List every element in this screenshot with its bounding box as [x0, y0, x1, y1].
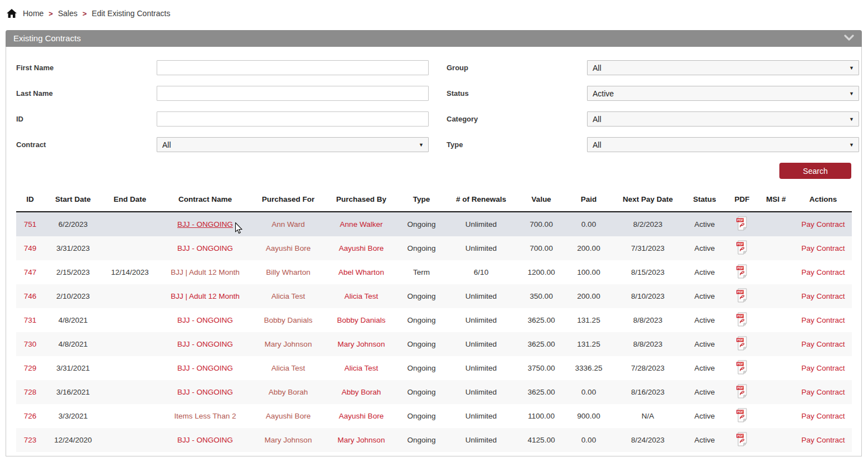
- purchased-for-link[interactable]: Aayushi Bore: [266, 412, 311, 420]
- column-header-purchased-for: Purchased For: [253, 187, 324, 212]
- type-select[interactable]: All▼: [587, 137, 859, 152]
- contract-name-link[interactable]: BJJ - ONGOING: [177, 220, 233, 229]
- table-row[interactable]: 7472/15/202312/14/2023BJJ | Adult 12 Mon…: [16, 260, 852, 284]
- home-icon[interactable]: [7, 9, 17, 18]
- purchased-for-link[interactable]: Alicia Test: [271, 292, 306, 300]
- action-link[interactable]: Pay Contract: [801, 388, 845, 396]
- id-link[interactable]: 726: [24, 412, 37, 420]
- pdf-file-icon[interactable]: PDF: [736, 360, 748, 375]
- breadcrumb-sales[interactable]: Sales: [58, 9, 77, 18]
- pdf-file-icon[interactable]: PDF: [736, 312, 748, 327]
- table-row[interactable]: 7304/8/2021BJJ - ONGOINGMary JohnsonMary…: [16, 332, 852, 356]
- cell-renewals: Unlimited: [444, 332, 518, 356]
- id-link[interactable]: 751: [24, 220, 37, 229]
- cell-id: 726: [16, 404, 44, 428]
- id-link[interactable]: 728: [24, 388, 37, 396]
- id-link[interactable]: 730: [24, 340, 37, 348]
- contract-name-link[interactable]: BJJ - ONGOING: [177, 316, 233, 324]
- cell-status: Active: [683, 212, 726, 236]
- table-row[interactable]: 7293/31/2021BJJ - ONGOINGAlicia TestAlic…: [16, 356, 852, 380]
- contract-name-link[interactable]: BJJ - ONGOING: [177, 340, 233, 348]
- action-link[interactable]: Pay Contract: [801, 268, 845, 276]
- purchased-by-link[interactable]: Alicia Test: [345, 364, 379, 372]
- purchased-by-link[interactable]: Mary Johnson: [338, 436, 385, 444]
- cell-value: 700.00: [518, 212, 565, 236]
- cell-purchased-for: Bobby Danials: [253, 308, 324, 332]
- cell-status: Active: [683, 380, 726, 404]
- cell-action: Pay Contract: [794, 308, 852, 332]
- id-link[interactable]: 729: [24, 364, 37, 372]
- purchased-by-link[interactable]: Anne Walker: [340, 220, 383, 229]
- collapse-chevron-icon[interactable]: [844, 30, 854, 47]
- cell-next-pay-date: 8/2/2023: [613, 212, 683, 236]
- purchased-by-link[interactable]: Abby Borah: [342, 388, 381, 396]
- action-link[interactable]: Pay Contract: [801, 244, 845, 252]
- cell-action: Pay Contract: [794, 404, 852, 428]
- pdf-file-icon[interactable]: PDF: [736, 264, 748, 279]
- purchased-for-link[interactable]: Billy Wharton: [266, 268, 311, 276]
- action-link[interactable]: Pay Contract: [801, 364, 845, 372]
- pdf-file-icon[interactable]: PDF: [736, 240, 748, 255]
- purchased-by-link[interactable]: Aayushi Bore: [339, 412, 384, 420]
- contract-name-link[interactable]: BJJ - ONGOING: [177, 388, 233, 396]
- contract-name-link[interactable]: Items Less Than 2: [174, 412, 236, 420]
- panel-header[interactable]: Existing Contracts: [6, 30, 862, 47]
- contract-select[interactable]: All▼: [157, 137, 429, 152]
- id-link[interactable]: 723: [24, 436, 37, 444]
- cell-type: Ongoing: [399, 428, 444, 452]
- group-select[interactable]: All▼: [587, 60, 859, 75]
- cell-id: 729: [16, 356, 44, 380]
- purchased-for-link[interactable]: Bobby Danials: [264, 316, 312, 324]
- action-link[interactable]: Pay Contract: [801, 292, 845, 300]
- contract-name-link[interactable]: BJJ - ONGOING: [177, 364, 233, 372]
- purchased-for-link[interactable]: Mary Johnson: [265, 436, 312, 444]
- pdf-file-icon[interactable]: PDF: [736, 432, 748, 446]
- last-name-input[interactable]: [157, 86, 429, 101]
- pdf-file-icon[interactable]: PDF: [736, 216, 748, 231]
- status-select[interactable]: Active▼: [587, 86, 859, 101]
- purchased-by-link[interactable]: Abel Wharton: [338, 268, 384, 276]
- pdf-file-icon[interactable]: PDF: [736, 288, 748, 303]
- purchased-for-link[interactable]: Mary Johnson: [265, 340, 312, 348]
- contract-name-link[interactable]: BJJ - ONGOING: [177, 244, 233, 252]
- table-row[interactable]: 7493/31/2023BJJ - ONGOINGAayushi BoreAay…: [16, 236, 852, 260]
- table-row[interactable]: 72312/24/2020BJJ - ONGOINGMary JohnsonMa…: [16, 428, 852, 452]
- first-name-input[interactable]: [157, 60, 429, 75]
- pdf-file-icon[interactable]: PDF: [736, 336, 748, 351]
- pdf-file-icon[interactable]: PDF: [736, 384, 748, 398]
- table-row[interactable]: 7314/8/2021BJJ - ONGOINGBobby DanialsBob…: [16, 308, 852, 332]
- purchased-for-link[interactable]: Ann Ward: [271, 220, 305, 229]
- cell-type: Ongoing: [399, 308, 444, 332]
- category-select[interactable]: All▼: [587, 111, 859, 127]
- purchased-by-link[interactable]: Mary Johnson: [338, 340, 385, 348]
- table-row[interactable]: 7283/16/2021BJJ - ONGOINGAbby BorahAbby …: [16, 380, 852, 404]
- purchased-by-link[interactable]: Bobby Danials: [337, 316, 385, 324]
- action-link[interactable]: Pay Contract: [801, 316, 845, 324]
- purchased-by-link[interactable]: Aayushi Bore: [339, 244, 384, 252]
- action-link[interactable]: Pay Contract: [801, 340, 845, 348]
- id-link[interactable]: 731: [24, 316, 37, 324]
- id-link[interactable]: 746: [24, 292, 37, 300]
- id-input[interactable]: [157, 111, 429, 127]
- action-link[interactable]: Pay Contract: [801, 436, 845, 444]
- contract-name-link[interactable]: BJJ - ONGOING: [177, 436, 233, 444]
- purchased-for-link[interactable]: Alicia Test: [271, 364, 306, 372]
- table-row[interactable]: 7516/2/2023BJJ - ONGOINGAnn WardAnne Wal…: [16, 212, 852, 236]
- contract-label: Contract: [16, 137, 157, 152]
- search-button[interactable]: Search: [779, 163, 851, 179]
- breadcrumb-home[interactable]: Home: [23, 9, 43, 18]
- action-link[interactable]: Pay Contract: [801, 412, 845, 420]
- contract-name-link[interactable]: BJJ | Adult 12 Month: [171, 268, 240, 276]
- purchased-for-link[interactable]: Aayushi Bore: [266, 244, 311, 252]
- pdf-file-icon[interactable]: PDF: [736, 408, 748, 422]
- table-row[interactable]: 7263/3/2021Items Less Than 2Aayushi Bore…: [16, 404, 852, 428]
- contract-name-link[interactable]: BJJ | Adult 12 Month: [171, 292, 240, 300]
- cell-type: Ongoing: [399, 236, 444, 260]
- purchased-for-link[interactable]: Abby Borah: [269, 388, 308, 396]
- cell-pdf: PDF: [726, 380, 758, 404]
- table-row[interactable]: 7462/10/2023BJJ | Adult 12 MonthAlicia T…: [16, 284, 852, 308]
- purchased-by-link[interactable]: Alicia Test: [345, 292, 379, 300]
- id-link[interactable]: 749: [24, 244, 37, 252]
- id-link[interactable]: 747: [24, 268, 37, 276]
- action-link[interactable]: Pay Contract: [801, 220, 845, 229]
